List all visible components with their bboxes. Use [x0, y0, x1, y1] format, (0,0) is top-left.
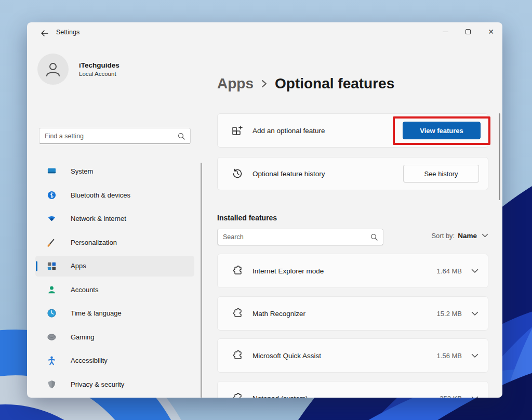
- features-search-input[interactable]: [223, 233, 370, 241]
- settings-search-box: [39, 128, 191, 144]
- sidebar-item-personalization[interactable]: Personalization: [35, 231, 194, 255]
- installed-search-row: Sort by: Name: [217, 229, 488, 245]
- sort-label: Sort by:: [431, 232, 455, 240]
- minimize-button[interactable]: [434, 22, 457, 41]
- puzzle-icon: [231, 265, 244, 277]
- sidebar-item-windows-update[interactable]: Windows Update: [35, 396, 194, 398]
- expand-chevron-icon[interactable]: [471, 396, 478, 398]
- clock-globe-icon: [47, 308, 57, 318]
- brush-icon: [47, 238, 57, 247]
- breadcrumb-apps[interactable]: Apps: [217, 75, 254, 92]
- system-icon: [47, 166, 57, 176]
- avatar: [37, 54, 69, 85]
- puzzle-icon: [231, 392, 244, 398]
- add-feature-icon: [231, 124, 244, 137]
- sort-value: Name: [458, 232, 477, 240]
- feature-size: 352 KB: [440, 395, 462, 398]
- feature-row-math-recognizer[interactable]: Math Recognizer 15.2 MB: [217, 296, 488, 331]
- sort-dropdown[interactable]: Sort by: Name: [431, 232, 488, 240]
- apps-icon: [47, 261, 57, 271]
- feature-size: 15.2 MB: [437, 310, 462, 318]
- sidebar-item-bluetooth[interactable]: Bluetooth & devices: [35, 183, 194, 207]
- search-icon: [370, 233, 378, 241]
- puzzle-icon: [231, 349, 244, 362]
- page-title: Optional features: [275, 75, 394, 92]
- bluetooth-icon: [47, 190, 57, 200]
- sidebar-item-network[interactable]: Network & internet: [35, 207, 194, 231]
- view-features-button[interactable]: View features: [403, 122, 481, 139]
- search-icon: [178, 133, 185, 140]
- chevron-right-icon: [261, 78, 268, 89]
- installed-features-heading: Installed features: [217, 214, 277, 222]
- sidebar-item-time-language[interactable]: Time & language: [35, 301, 194, 325]
- feature-size: 1.64 MB: [437, 267, 462, 275]
- sidebar-scrollbar[interactable]: [201, 163, 202, 398]
- settings-search-input[interactable]: [45, 133, 178, 140]
- account-name: iTechguides: [79, 61, 119, 69]
- maximize-button[interactable]: [457, 22, 480, 41]
- sidebar-item-accessibility[interactable]: Accessibility: [35, 349, 194, 373]
- feature-size: 1.56 MB: [437, 352, 462, 360]
- gamepad-icon: [47, 332, 57, 342]
- sidebar-item-privacy[interactable]: Privacy & security: [35, 373, 194, 397]
- content-scrollbar[interactable]: [499, 113, 500, 200]
- feature-row-internet-explorer-mode[interactable]: Internet Explorer mode 1.64 MB: [217, 254, 488, 288]
- highlight-box: View features: [393, 116, 490, 145]
- sidebar-item-apps[interactable]: Apps: [35, 256, 194, 277]
- history-icon: [231, 167, 244, 180]
- person-icon: [44, 60, 62, 78]
- close-icon: ✕: [488, 28, 494, 35]
- close-button[interactable]: ✕: [480, 22, 502, 41]
- sidebar-item-accounts[interactable]: Accounts: [35, 278, 194, 302]
- expand-chevron-icon[interactable]: [471, 269, 478, 273]
- wifi-icon: [47, 214, 57, 224]
- expand-chevron-icon[interactable]: [471, 353, 478, 358]
- see-history-button[interactable]: See history: [403, 165, 479, 182]
- account-type: Local Account: [79, 71, 119, 77]
- feature-history-label: Optional feature history: [252, 170, 325, 178]
- sidebar-item-system[interactable]: System: [35, 160, 194, 183]
- titlebar: Settings ✕: [27, 22, 502, 43]
- sidebar: iTechguides Local Account System Bluetoo…: [27, 43, 210, 398]
- features-search-box: [217, 229, 383, 245]
- accounts-icon: [47, 285, 57, 295]
- add-feature-label: Add an optional feature: [252, 127, 325, 135]
- feature-history-card: Optional feature history See history: [217, 157, 488, 190]
- accessibility-icon: [47, 356, 57, 365]
- minimize-icon: [443, 32, 448, 32]
- back-button[interactable]: [36, 27, 52, 40]
- settings-window: Settings ✕ iTechguides Local Account: [27, 22, 502, 398]
- chevron-down-icon: [482, 233, 488, 238]
- maximize-icon: [466, 29, 471, 34]
- sidebar-item-gaming[interactable]: Gaming: [35, 325, 194, 349]
- sidebar-nav: System Bluetooth & devices Network & int…: [35, 160, 194, 398]
- feature-row-notepad-system[interactable]: Notepad (system) 352 KB: [217, 381, 488, 398]
- window-title: Settings: [56, 29, 79, 36]
- breadcrumb: Apps Optional features: [217, 75, 394, 92]
- feature-row-microsoft-quick-assist[interactable]: Microsoft Quick Assist 1.56 MB: [217, 338, 488, 373]
- back-arrow-icon: [41, 30, 48, 36]
- expand-chevron-icon[interactable]: [471, 311, 478, 316]
- account-row[interactable]: iTechguides Local Account: [37, 54, 119, 85]
- shield-icon: [47, 379, 57, 389]
- add-optional-feature-card: Add an optional feature View features: [217, 113, 488, 148]
- main-content: Apps Optional features Add an optional f…: [217, 43, 502, 398]
- puzzle-icon: [231, 307, 244, 320]
